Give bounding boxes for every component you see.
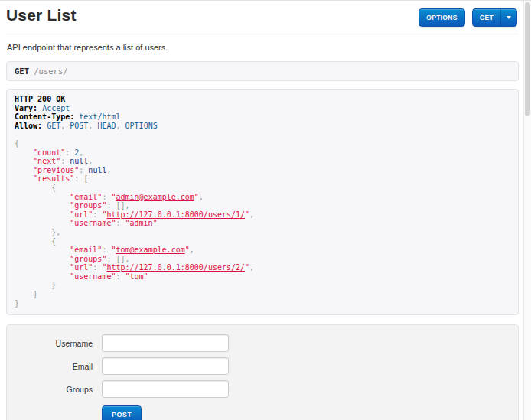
code-token: , <box>60 122 70 130</box>
endpoint-description: API endpoint that represents a list of u… <box>7 43 519 52</box>
code-token: OPTIONS <box>125 122 158 130</box>
code-token: null <box>88 166 106 174</box>
code-line: Allow: GET, POST, HEAD, OPTIONS <box>15 122 510 131</box>
post-form-rows: UsernameEmailGroups <box>7 334 518 398</box>
code-token <box>15 263 70 272</box>
toolbar: OPTIONS GET <box>419 8 517 27</box>
request-path: /users/ <box>34 67 67 76</box>
code-line: "email": "tom@example.com", <box>15 246 510 255</box>
code-token: Accept <box>42 104 70 112</box>
code-line: { <box>15 184 510 193</box>
code-token <box>15 246 70 254</box>
code-line: HTTP 200 OK <box>15 95 510 104</box>
code-token: "groups" <box>70 201 106 210</box>
username-field[interactable] <box>102 334 229 352</box>
code-token: "url" <box>70 263 93 272</box>
code-token: : [], <box>106 255 129 263</box>
code-line: "groups": [], <box>15 201 510 210</box>
code-token <box>15 174 33 183</box>
code-line: } <box>15 299 510 308</box>
code-token: : <box>93 210 102 219</box>
post-button[interactable]: POST <box>102 405 142 420</box>
groups-field[interactable] <box>102 380 229 398</box>
code-token: Content-Type: <box>15 112 74 121</box>
code-line: "previous": null, <box>15 166 510 175</box>
code-token: , <box>88 122 97 130</box>
groups-label: Groups <box>7 385 93 394</box>
code-token: , <box>190 246 194 254</box>
code-token: , <box>106 166 111 174</box>
code-token <box>15 237 51 246</box>
code-line: "next": null, <box>15 157 510 166</box>
request-info-bar: GET /users/ <box>6 61 519 81</box>
code-line: "email": "admin@example.com", <box>15 193 510 202</box>
code-token: : <box>102 246 111 254</box>
code-token: } <box>15 299 19 308</box>
code-token: "email" <box>70 246 102 254</box>
code-token: "username" <box>70 219 116 227</box>
code-line: } <box>15 281 510 290</box>
code-line: "username": "tom" <box>15 272 510 282</box>
options-button[interactable]: OPTIONS <box>419 8 464 27</box>
get-dropdown-toggle[interactable] <box>500 9 516 26</box>
code-token: "email" <box>70 193 102 201</box>
code-token: GET <box>47 122 60 130</box>
caret-down-icon <box>507 16 511 19</box>
code-token <box>15 184 51 192</box>
page-title: User List <box>6 6 77 24</box>
code-token <box>15 219 70 227</box>
code-token: , <box>79 148 83 157</box>
code-line: "url": "http://127.0.0.1:8000/users/1/", <box>15 210 510 220</box>
json-link[interactable]: tom@example.com <box>116 246 184 254</box>
code-token <box>15 210 70 219</box>
code-token: , <box>116 122 125 130</box>
code-token: : <box>65 148 74 157</box>
code-line: "username": "admin" <box>15 219 510 228</box>
code-token: "count" <box>33 148 65 157</box>
code-line: }, <box>15 228 510 237</box>
code-token: "previous" <box>33 166 79 174</box>
post-form: UsernameEmailGroups POST <box>6 324 519 420</box>
code-token <box>15 157 33 165</box>
code-token <box>15 166 33 174</box>
groups-form-row: Groups <box>7 380 518 398</box>
code-token: , <box>249 210 254 219</box>
json-link[interactable]: admin@example.com <box>116 193 194 201</box>
code-token: : <box>93 263 102 272</box>
email-field[interactable] <box>102 357 229 375</box>
code-token: "tom" <box>125 272 148 281</box>
get-button[interactable]: GET <box>472 8 517 27</box>
code-token: { <box>15 139 19 148</box>
code-token: , <box>88 157 93 165</box>
code-line: { <box>15 139 510 148</box>
code-line: "groups": [], <box>15 255 510 264</box>
code-token: : <box>79 166 88 174</box>
code-line: "results": [ <box>15 174 510 184</box>
code-line: Content-Type: text/html <box>15 112 510 122</box>
scrollbar-track[interactable] <box>523 1 531 420</box>
code-token: : [ <box>74 174 88 183</box>
code-token: : <box>116 272 125 281</box>
code-token: } <box>51 281 56 289</box>
code-line: "count": 2, <box>15 148 510 158</box>
request-method: GET <box>15 67 29 76</box>
code-token: POST <box>70 122 88 130</box>
json-link[interactable]: http://127.0.0.1:8000/users/1/ <box>106 210 245 219</box>
code-token <box>15 255 70 263</box>
code-token: , <box>199 193 204 201</box>
code-token <box>15 148 33 157</box>
code-token: "groups" <box>70 255 106 263</box>
username-label: Username <box>7 339 93 348</box>
code-line: ] <box>15 290 510 299</box>
scrollbar-thumb[interactable] <box>525 2 530 116</box>
code-token: : <box>116 219 125 227</box>
code-token: "next" <box>33 157 60 165</box>
code-token: "username" <box>70 272 116 281</box>
code-token: ] <box>33 290 37 298</box>
page-content: User List OPTIONS GET API endpoint that … <box>6 1 519 420</box>
code-token: "admin" <box>125 219 158 227</box>
browsable-api-page: User List OPTIONS GET API endpoint that … <box>0 0 531 420</box>
code-token: "results" <box>33 174 74 183</box>
code-token: , <box>249 263 254 272</box>
json-link[interactable]: http://127.0.0.1:8000/users/2/ <box>106 263 245 272</box>
